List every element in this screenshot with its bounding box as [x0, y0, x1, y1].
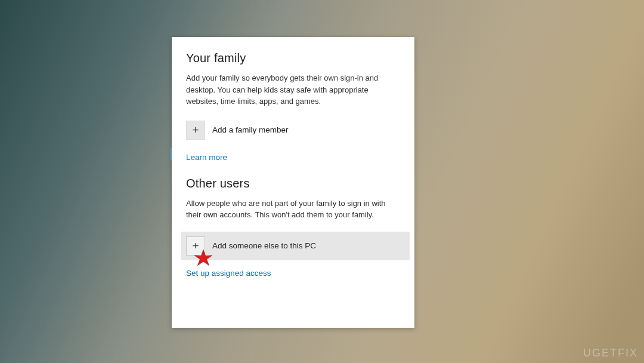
add-family-member-label: Add a family member — [212, 125, 289, 134]
add-someone-else-button[interactable]: + Add someone else to this PC — [181, 232, 410, 260]
add-family-member-button[interactable]: + Add a family member — [186, 118, 402, 142]
plus-icon: + — [186, 236, 205, 256]
other-users-heading: Other users — [186, 177, 402, 190]
set-up-assigned-access-link[interactable]: Set up assigned access — [186, 269, 271, 278]
your-family-description: Add your family so everybody gets their … — [186, 72, 402, 107]
your-family-section: Your family Add your family so everybody… — [186, 51, 402, 162]
settings-panel: Your family Add your family so everybody… — [172, 37, 414, 328]
watermark: UGETFIX — [583, 347, 638, 359]
plus-icon: + — [186, 121, 205, 140]
add-someone-else-label: Add someone else to this PC — [212, 241, 316, 250]
learn-more-link[interactable]: Learn more — [186, 153, 227, 162]
your-family-heading: Your family — [186, 51, 402, 65]
other-users-section: Other users Allow people who are not par… — [186, 177, 402, 278]
other-users-description: Allow people who are not part of your fa… — [186, 198, 402, 221]
